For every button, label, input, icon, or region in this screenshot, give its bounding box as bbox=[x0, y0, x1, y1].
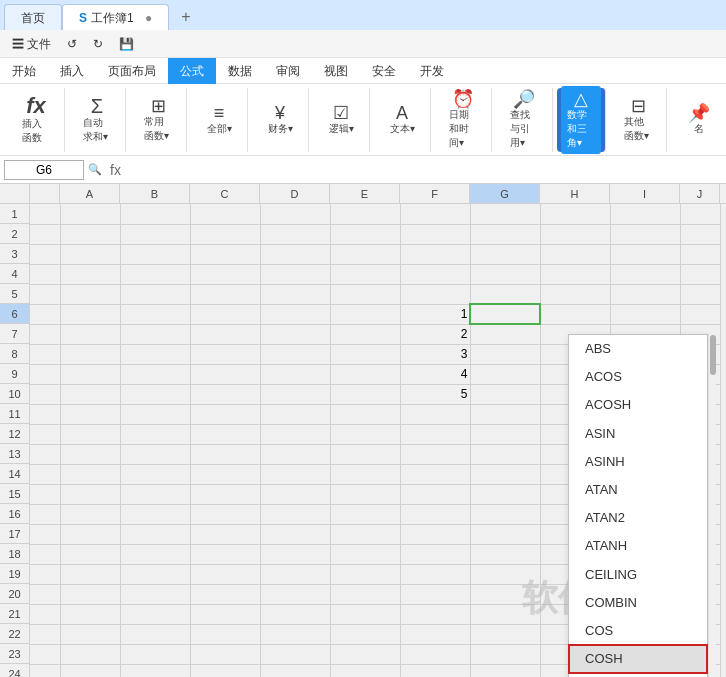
row-header-21[interactable]: 21 bbox=[0, 604, 29, 624]
scrollbar-thumb[interactable] bbox=[710, 335, 716, 375]
row-header-4[interactable]: 4 bbox=[0, 264, 29, 284]
cell-r21-c7[interactable] bbox=[470, 604, 540, 624]
cell-r7-c1[interactable] bbox=[60, 324, 120, 344]
cell-r10-c1[interactable] bbox=[60, 384, 120, 404]
cell-r17-c3[interactable] bbox=[190, 524, 260, 544]
cell-r12-c4[interactable] bbox=[260, 424, 330, 444]
name-button[interactable]: 📌 名 bbox=[679, 100, 719, 140]
cell-r10-c4[interactable] bbox=[260, 384, 330, 404]
cell-reference-input[interactable] bbox=[4, 160, 84, 180]
cell-r11-c6[interactable] bbox=[400, 404, 470, 424]
cell-r9-c2[interactable] bbox=[120, 364, 190, 384]
cell-r5-c3[interactable] bbox=[190, 284, 260, 304]
cell-r19-c6[interactable] bbox=[400, 564, 470, 584]
cell-r20-c2[interactable] bbox=[120, 584, 190, 604]
cell-r1-c1[interactable] bbox=[60, 204, 120, 224]
insert-function-button[interactable]: fx 插入函数 bbox=[16, 91, 56, 149]
cell-r2-c7[interactable] bbox=[470, 224, 540, 244]
dropdown-item-acos[interactable]: ACOS bbox=[569, 363, 707, 391]
cell-r23-c1[interactable] bbox=[60, 644, 120, 664]
formula-input[interactable] bbox=[129, 160, 722, 180]
row-header-3[interactable]: 3 bbox=[0, 244, 29, 264]
col-header-E[interactable]: E bbox=[330, 184, 400, 203]
row-header-12[interactable]: 12 bbox=[0, 424, 29, 444]
row-header-20[interactable]: 20 bbox=[0, 584, 29, 604]
cell-r1-c5[interactable] bbox=[330, 204, 400, 224]
cell-r7-c3[interactable] bbox=[190, 324, 260, 344]
tab-home[interactable]: 首页 bbox=[4, 4, 62, 30]
cell-r15-c3[interactable] bbox=[190, 484, 260, 504]
cell-r3-c1[interactable] bbox=[60, 244, 120, 264]
cell-r7-c6[interactable]: 2 bbox=[400, 324, 470, 344]
cell-r13-c3[interactable] bbox=[190, 444, 260, 464]
cell-r3-c4[interactable] bbox=[260, 244, 330, 264]
math-button[interactable]: △ 数学和三角▾ bbox=[561, 86, 601, 154]
all-functions-button[interactable]: ≡ 全部▾ bbox=[199, 100, 239, 140]
cell-r10-c2[interactable] bbox=[120, 384, 190, 404]
cell-r11-c1[interactable] bbox=[60, 404, 120, 424]
cell-r5-c8[interactable] bbox=[540, 284, 610, 304]
cell-r19-c1[interactable] bbox=[60, 564, 120, 584]
cell-r4-c3[interactable] bbox=[190, 264, 260, 284]
cell-r3-c6[interactable] bbox=[400, 244, 470, 264]
cell-r7-c5[interactable] bbox=[330, 324, 400, 344]
cell-r17-c6[interactable] bbox=[400, 524, 470, 544]
cell-r17-c7[interactable] bbox=[470, 524, 540, 544]
col-header-B[interactable]: B bbox=[120, 184, 190, 203]
cell-r19-c5[interactable] bbox=[330, 564, 400, 584]
cell-r9-c1[interactable] bbox=[60, 364, 120, 384]
cell-r1-c4[interactable] bbox=[260, 204, 330, 224]
row-header-6[interactable]: 6 bbox=[0, 304, 29, 324]
cell-r11-c2[interactable] bbox=[120, 404, 190, 424]
row-header-8[interactable]: 8 bbox=[0, 344, 29, 364]
cell-r4-c5[interactable] bbox=[330, 264, 400, 284]
cell-r8-c5[interactable] bbox=[330, 344, 400, 364]
cell-r4-c2[interactable] bbox=[120, 264, 190, 284]
cell-r16-c3[interactable] bbox=[190, 504, 260, 524]
cell-r3-c2[interactable] bbox=[120, 244, 190, 264]
cell-r8-c6[interactable]: 3 bbox=[400, 344, 470, 364]
cell-r21-c4[interactable] bbox=[260, 604, 330, 624]
cell-r5-c5[interactable] bbox=[330, 284, 400, 304]
row-header-24[interactable]: 24 bbox=[0, 664, 29, 677]
row-header-11[interactable]: 11 bbox=[0, 404, 29, 424]
cell-r3-c8[interactable] bbox=[540, 244, 610, 264]
cell-r1-c7[interactable] bbox=[470, 204, 540, 224]
cell-r6-c5[interactable] bbox=[330, 304, 400, 324]
cell-r20-c4[interactable] bbox=[260, 584, 330, 604]
cell-r19-c2[interactable] bbox=[120, 564, 190, 584]
dropdown-item-acosh[interactable]: ACOSH bbox=[569, 391, 707, 419]
row-header-16[interactable]: 16 bbox=[0, 504, 29, 524]
cell-r1-c2[interactable] bbox=[120, 204, 190, 224]
cell-r16-c4[interactable] bbox=[260, 504, 330, 524]
row-header-14[interactable]: 14 bbox=[0, 464, 29, 484]
cell-r16-c1[interactable] bbox=[60, 504, 120, 524]
cell-r12-c6[interactable] bbox=[400, 424, 470, 444]
cell-r2-c2[interactable] bbox=[120, 224, 190, 244]
cell-r16-c5[interactable] bbox=[330, 504, 400, 524]
cell-r14-c5[interactable] bbox=[330, 464, 400, 484]
cell-r9-c3[interactable] bbox=[190, 364, 260, 384]
row-header-1[interactable]: 1 bbox=[0, 204, 29, 224]
cell-r13-c4[interactable] bbox=[260, 444, 330, 464]
cell-r17-c2[interactable] bbox=[120, 524, 190, 544]
ribbon-tab-dev[interactable]: 开发 bbox=[408, 58, 456, 84]
cell-r22-c1[interactable] bbox=[60, 624, 120, 644]
cell-r6-c4[interactable] bbox=[260, 304, 330, 324]
cell-r21-c6[interactable] bbox=[400, 604, 470, 624]
cell-r16-c7[interactable] bbox=[470, 504, 540, 524]
cell-r18-c7[interactable] bbox=[470, 544, 540, 564]
col-header-J[interactable]: J bbox=[680, 184, 720, 203]
cell-r16-c6[interactable] bbox=[400, 504, 470, 524]
cell-r2-c4[interactable] bbox=[260, 224, 330, 244]
ribbon-tab-review[interactable]: 审阅 bbox=[264, 58, 312, 84]
cell-r16-c2[interactable] bbox=[120, 504, 190, 524]
cell-r7-c7[interactable] bbox=[470, 324, 540, 344]
cell-r18-c5[interactable] bbox=[330, 544, 400, 564]
cell-r2-c9[interactable] bbox=[610, 224, 680, 244]
cell-r3-c10[interactable] bbox=[680, 244, 720, 264]
cell-r2-c5[interactable] bbox=[330, 224, 400, 244]
cell-r11-c4[interactable] bbox=[260, 404, 330, 424]
cell-r6-c8[interactable] bbox=[540, 304, 610, 324]
cell-r19-c3[interactable] bbox=[190, 564, 260, 584]
